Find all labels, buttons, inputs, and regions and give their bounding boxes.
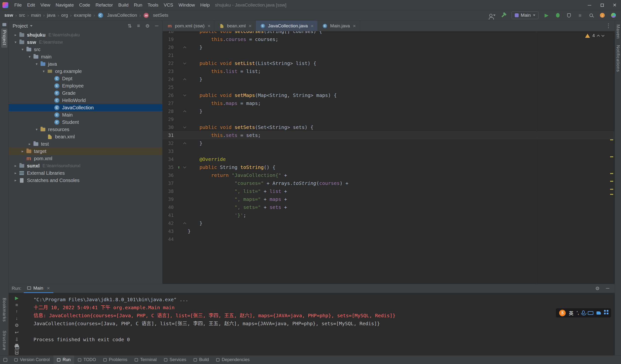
expand-all-icon[interactable]: ⇅ [128,23,132,29]
code-line-33[interactable]: 33 [163,147,615,155]
chevron-down-icon[interactable]: ▾ [34,62,39,66]
collapse-all-icon[interactable]: ≡ [137,23,140,29]
code-line-32[interactable]: 32 } [163,139,615,147]
debug-icon[interactable] [554,12,561,19]
code-line-38[interactable]: 38 ", list=" + list + [163,187,615,195]
tab-javacollection-java[interactable]: CJavaCollection.java× [256,21,318,31]
tree-item-sunxl[interactable]: ▸sunxlE:\learn\sunxl\sunxl [9,162,162,169]
fold-down-icon[interactable] [181,59,188,67]
override-marker-icon[interactable]: ↑ [176,163,181,171]
warning-stripe-mark[interactable] [610,194,613,195]
breadcrumb-java[interactable]: java [47,13,55,18]
stop-button[interactable]: ■ [14,302,20,308]
menu-vcs[interactable]: VCS [161,2,176,8]
warning-stripe-mark[interactable] [610,139,613,140]
maximize-icon[interactable] [596,0,608,10]
build-hammer-icon[interactable] [500,12,507,19]
statusbar-terminal[interactable]: Terminal [131,356,160,364]
tree-item-javacollection[interactable]: CJavaCollection [9,104,162,111]
toolbox-grid-icon[interactable] [604,310,606,312]
microphone-icon[interactable] [582,310,585,314]
close-icon[interactable]: × [353,23,356,29]
rerun-button[interactable]: ▶ [14,295,20,301]
statusbar-version-control[interactable]: Version Control [11,356,53,364]
sogou-logo-icon[interactable]: S [559,310,566,316]
tree-item-src[interactable]: ▾src [9,46,162,53]
chevron-down-icon[interactable]: ▾ [41,69,47,73]
chevron-right-icon[interactable]: ▸ [13,33,18,37]
chevron-down-icon[interactable]: ▾ [34,127,39,132]
chevron-down-icon[interactable]: ▾ [20,47,25,52]
code-line-41[interactable]: 41 '}'; [163,211,615,219]
chevron-right-icon[interactable]: ▸ [13,171,18,175]
statusbar-run[interactable]: Run [53,356,74,364]
chevron-right-icon[interactable]: ▸ [13,178,18,182]
gear-icon[interactable]: ⚙ [145,23,150,29]
breadcrumb-example[interactable]: example [74,13,91,18]
code-line-23[interactable]: 23 this.list = list; [163,67,615,75]
code-line-37[interactable]: 37 "courses=" + Arrays.toString(courses)… [163,179,615,187]
breadcrumb-org[interactable]: org [61,13,68,18]
tool-stripe-project[interactable]: Project [1,29,7,48]
tree-item-test[interactable]: ▸test [9,140,162,148]
code-line-26[interactable]: 26 public void setMaps(Map<String, Strin… [163,91,615,99]
profiler-icon[interactable] [610,12,617,19]
tree-item-student[interactable]: CStudent [9,119,162,126]
previous-warning-icon[interactable] [597,35,600,38]
next-warning-icon[interactable] [601,34,604,37]
print-button[interactable] [14,344,20,349]
tool-stripe-notifications[interactable]: Notifications [615,44,621,74]
warning-stripe-mark[interactable] [610,181,613,182]
close-icon[interactable]: × [207,23,210,29]
code-line-24[interactable]: 24 } [163,75,615,83]
chevron-down-icon[interactable] [30,25,33,27]
tree-item-java[interactable]: ▾java [9,60,162,68]
breadcrumb-src[interactable]: src [19,13,25,18]
up-stack-button[interactable]: ↑ [14,309,20,314]
tree-item-dept[interactable]: CDept [9,75,162,82]
run-button[interactable]: ▶ [543,12,550,19]
tree-item-target[interactable]: ▸target [9,148,162,155]
hide-panel-icon[interactable]: ─ [155,23,158,29]
code-line-22[interactable]: 22 public void setList(List<String> list… [163,59,615,67]
warning-stripe-mark[interactable] [610,189,613,190]
menu-run[interactable]: Run [131,2,145,8]
code-line-31[interactable]: 31 this.sets = sets; [163,131,615,139]
menu-tools[interactable]: Tools [145,2,161,8]
run-config-selector[interactable]: Main [512,11,538,19]
tab-bean-xml[interactable]: bean.xml× [215,21,256,31]
tool-stripe-maven[interactable]: Maven [615,23,621,41]
warning-stripe-mark[interactable] [610,173,613,174]
menu-navigate[interactable]: Navigate [53,2,76,8]
settings-button[interactable]: ⚙ [14,323,20,328]
minimize-icon[interactable]: ─ [583,0,596,10]
code-line-36[interactable]: 36 return "JavaCollection{" + [163,171,615,179]
project-panel-title[interactable]: Project [13,23,28,29]
statusbar-problems[interactable]: Problems [100,356,131,364]
fold-up-icon[interactable] [181,139,188,147]
code-line-42[interactable]: 42 } [163,219,615,227]
code-line-30[interactable]: 30 public void setSets(Set<String> sets)… [163,123,615,131]
fold-up-icon[interactable] [181,107,188,115]
warning-stripe-mark[interactable] [610,156,613,157]
tree-item-grade[interactable]: CGrade [9,89,162,97]
keyboard-icon[interactable] [588,311,593,315]
chevron-right-icon[interactable]: ▸ [27,142,33,146]
console-output[interactable]: "C:\Program Files\Java\jdk1.8.0_101\bin\… [25,293,615,355]
fold-up-icon[interactable] [181,219,188,227]
menu-view[interactable]: View [38,2,53,8]
menu-refactor[interactable]: Refactor [93,2,116,8]
code-line-29[interactable]: 29 [163,115,615,123]
soft-wrap-button[interactable]: ↩ [14,330,20,335]
tree-item-resources[interactable]: ▾resources [9,126,162,133]
code-line-44[interactable]: 44 [163,235,615,243]
close-icon[interactable]: × [311,23,314,29]
code-line-35[interactable]: 35↑ public String toString() { [163,163,615,171]
code-line-18[interactable]: 18 public void setCourses(String[] cours… [163,31,615,35]
code-line-21[interactable]: 21 [163,51,615,59]
tree-item-main[interactable]: CMain [9,111,162,119]
menu-help[interactable]: Help [198,2,212,8]
hide-run-panel-icon[interactable]: ─ [606,285,609,291]
down-stack-button[interactable]: ↓ [14,316,20,321]
coverage-icon[interactable] [566,12,572,19]
